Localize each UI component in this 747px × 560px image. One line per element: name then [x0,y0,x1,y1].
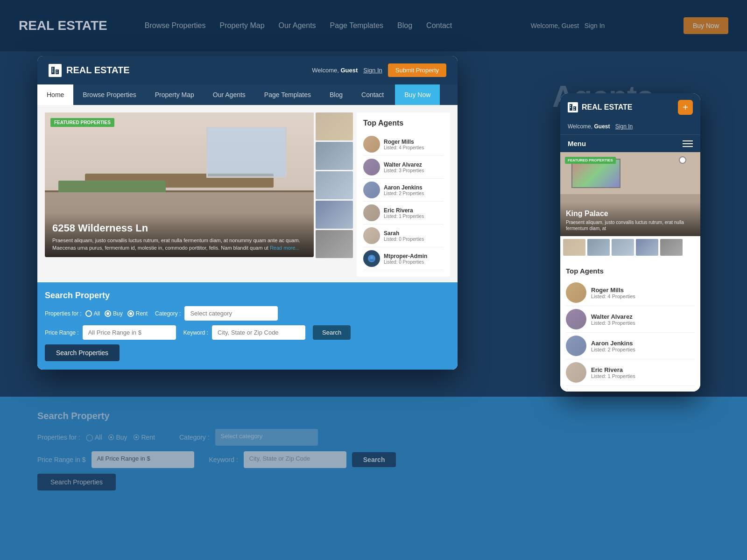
building-icon [49,64,62,77]
agent-roger-mills[interactable]: Roger Mills Listed: 4 Properties [363,133,444,156]
svg-rect-4 [52,71,53,72]
svg-rect-12 [570,107,571,108]
mobile-featured-badge: FEATURED PROPERTIES [565,157,616,164]
category-select[interactable] [184,306,278,321]
thumbnail-3[interactable] [316,171,353,199]
radio-all-dot [85,310,92,317]
thumbnail-5[interactable] [316,230,353,258]
price-range-input[interactable] [83,325,176,340]
agent-info-aaron: Aaron Jenkins Listed: 2 Properties [384,184,424,196]
mobile-thumb-1[interactable] [563,239,585,256]
thumbnail-2[interactable] [316,142,353,170]
submit-property-button[interactable]: Submit Property [388,63,446,77]
agent-sarah[interactable]: Sarah Listed: 0 Properties [363,224,444,247]
mobile-agent-eric[interactable]: Eric Rivera Listed: 1 Properties [566,359,695,386]
radio-buy[interactable]: Buy [105,310,123,317]
nav-our-agents[interactable]: Our Agents [204,84,255,105]
radio-rent[interactable]: Rent [127,310,148,317]
mobile-thumb-4[interactable] [636,239,658,256]
bg-search-row1: Properties for : ◯ All ⦿ Buy ⦿ Rent Cate… [37,429,710,446]
mobile-welcome-bar: Welcome, Guest Sign In [560,121,700,134]
bg-nav-blog: Blog [397,21,412,30]
nav-browse-properties[interactable]: Browse Properties [73,84,145,105]
featured-main-image[interactable]: FEATURED PROPERTIES 6258 Wilderness Ln P… [45,112,314,257]
mobile-agent-roger[interactable]: Roger Mills Listed: 4 Properties [566,280,695,306]
bg-search-btn: Search [352,452,396,467]
agent-eric-rivera[interactable]: Eric Rivera Listed: 1 Properties [363,202,444,224]
search-properties-button[interactable]: Search Properties [45,344,120,361]
window-content: FEATURED PROPERTIES 6258 Wilderness Ln P… [37,105,458,370]
nav-blog[interactable]: Blog [320,84,352,105]
bg-nav-map: Property Map [220,21,265,30]
mobile-sign-in-link[interactable]: Sign In [615,123,633,130]
bg-search-props-btn: Search Properties [37,474,116,490]
mobile-info-walter: Walter Alvarez Listed: 3 Properties [591,313,635,326]
featured-badge: FEATURED PROPERTIES [50,118,114,127]
keyword-label: Keyword : [183,329,208,336]
desktop-window: REAL ESTATE Welcome, Guest Sign In Submi… [37,56,458,370]
nav-page-templates[interactable]: Page Templates [255,84,320,105]
price-range-label: Price Range : [45,329,79,336]
mobile-clock [679,156,686,164]
svg-rect-14 [574,109,575,110]
mobile-logo: REAL ESTATE [568,102,632,112]
top-agents-title: Top Agents [363,119,444,127]
bg-nav-templates: Page Templates [330,21,383,30]
mobile-building-icon [568,102,578,112]
agent-avatar-walter [363,159,380,175]
agent-avatar-roger [363,136,380,153]
agent-avatar-admin [363,250,380,267]
featured-section: FEATURED PROPERTIES 6258 Wilderness Ln P… [37,105,458,277]
svg-rect-5 [56,70,57,71]
agent-aaron-jenkins[interactable]: Aaron Jenkins Listed: 2 Properties [363,179,444,202]
mobile-info-eric: Eric Rivera Listed: 1 Properties [591,366,635,379]
mobile-agent-walter[interactable]: Walter Alvarez Listed: 3 Properties [566,306,695,333]
thumbnail-4[interactable] [316,201,353,229]
thumbnail-1[interactable] [316,112,353,140]
radio-all[interactable]: All [85,310,100,317]
category-group: Category : [155,306,278,321]
svg-rect-13 [574,107,575,108]
mobile-featured-image[interactable]: FEATURED PROPERTIES King Palace Praesent… [560,152,700,236]
agent-walter-alvarez[interactable]: Walter Alvarez Listed: 3 Properties [363,156,444,179]
nav-buy-now[interactable]: Buy Now [395,84,440,105]
svg-rect-1 [56,70,59,74]
agent-mtproper-admin[interactable]: Mtproper-Admin Listed: 0 Properties [363,247,444,270]
bg-category-input: Select category [215,429,318,446]
mobile-header: REAL ESTATE + [560,93,700,121]
featured-property-desc: Praesent aliquam, justo convallis luctus… [52,237,306,252]
mobile-thumb-3[interactable] [612,239,634,256]
mobile-featured-title: King Palace [566,210,695,218]
nav-property-map[interactable]: Property Map [146,84,204,105]
keyword-input[interactable] [212,325,305,340]
window-navigation: Home Browse Properties Property Map Our … [37,84,458,105]
search-row-1: Properties for : All Buy [45,306,450,321]
mobile-thumb-5[interactable] [660,239,683,256]
radio-rent-dot [127,310,134,317]
bg-keyword-label: Keyword : [209,456,238,463]
featured-read-more-link[interactable]: Read more... [270,245,300,251]
nav-contact[interactable]: Contact [352,84,393,105]
radio-group: All Buy Rent [85,310,148,317]
window-logo: REAL ESTATE [49,64,130,77]
nav-home[interactable]: Home [37,84,73,105]
mobile-menu-label: Menu [568,140,586,147]
background-navbar: REAL ESTATE Browse Properties Property M… [0,0,747,51]
mobile-plus-button[interactable]: + [678,100,693,115]
bg-welcome: Welcome, Guest Sign In [531,22,605,29]
mobile-thumb-2[interactable] [587,239,610,256]
bg-search-title: Search Property [37,411,710,421]
properties-for-group: Properties for : All Buy [45,310,148,317]
sign-in-link[interactable]: Sign In [363,67,382,74]
svg-rect-3 [52,70,53,70]
bg-nav-contact: Contact [426,21,452,30]
mobile-agent-aaron[interactable]: Aaron Jenkins Listed: 2 Properties [566,333,695,359]
svg-point-8 [370,256,373,259]
search-button[interactable]: Search [313,325,351,340]
bg-radio-rent: ⦿ Rent [133,434,155,441]
svg-rect-6 [56,72,57,73]
mobile-thumb-row [560,236,700,259]
hamburger-icon[interactable] [683,140,693,147]
featured-property-title: 6258 Wilderness Ln [52,222,306,234]
top-agents-sidebar: Top Agents Roger Mills Listed: 4 Propert… [357,112,450,277]
